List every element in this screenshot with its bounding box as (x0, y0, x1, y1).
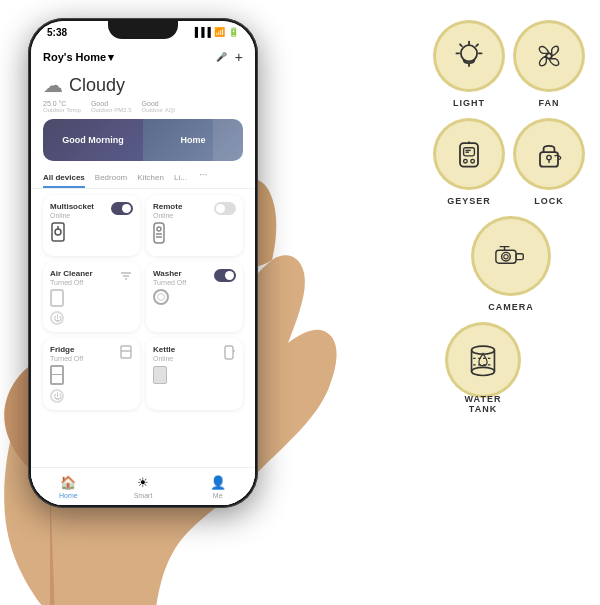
add-icon[interactable]: + (235, 49, 243, 65)
svg-point-40 (472, 367, 495, 375)
home-title[interactable]: Roy's Home ▾ (43, 51, 114, 64)
washer-name: Washer (153, 269, 186, 278)
home-chevron: ▾ (108, 51, 114, 64)
svg-point-34 (504, 255, 508, 259)
light-icon-circle[interactable] (433, 20, 505, 92)
washer-toggle[interactable] (214, 269, 236, 284)
mic-icon[interactable]: 🎤 (216, 52, 227, 62)
tab-living[interactable]: Li... (174, 169, 187, 188)
fan-label: FAN (539, 98, 560, 108)
fridge-status: Turned Off (50, 355, 83, 362)
fridge-device-icon (50, 365, 133, 385)
fan-svg-icon (531, 38, 567, 74)
air-cleaner-power-btn[interactable]: ⏻ (50, 311, 64, 325)
device-card-air-cleaner[interactable]: Air Cleaner Turned Off (43, 262, 140, 332)
wifi-icon: 📶 (214, 27, 225, 37)
svg-rect-35 (516, 254, 523, 260)
tab-kitchen[interactable]: Kitchen (137, 169, 164, 188)
camera-label: CAMERA (488, 302, 534, 312)
device-card-washer[interactable]: Washer Turned Off (146, 262, 243, 332)
water-tank-icon-circle[interactable] (445, 322, 521, 398)
light-svg-icon (451, 38, 487, 74)
status-icons: ▐▐▐ 📶 🔋 (192, 27, 239, 37)
camera-icon-circle[interactable] (471, 216, 551, 296)
device-grid: Multisocket Online (31, 195, 255, 410)
temp-label: Outdoor Temp (43, 107, 81, 113)
pm25-label: Outdoor PM2.5 (91, 107, 132, 113)
weather-stats: 25.0 °C Outdoor Temp Good Outdoor PM2.5 … (43, 100, 243, 113)
device-card-kettle[interactable]: Kettle Online (146, 338, 243, 410)
phone-frame: 5:38 ▐▐▐ 📶 🔋 Roy's Home ▾ 🎤 (28, 18, 258, 508)
aqi-stat: Good Outdoor AQI (142, 100, 175, 113)
light-icon-wrapper[interactable]: LIGHT (433, 20, 505, 92)
temp-stat: 25.0 °C Outdoor Temp (43, 100, 81, 113)
aqi-label: Outdoor AQI (142, 107, 175, 113)
remote-status: Online (153, 212, 182, 219)
fan-icon-circle[interactable] (513, 20, 585, 92)
camera-icon-wrapper[interactable]: CAMERA (471, 216, 551, 296)
svg-rect-22 (460, 143, 478, 166)
geyser-icon-circle[interactable] (433, 118, 505, 190)
lock-svg-icon (531, 136, 567, 172)
nav-me[interactable]: 👤 Me (180, 468, 255, 505)
home-name: Roy's Home (43, 51, 106, 63)
svg-rect-10 (121, 346, 131, 358)
svg-rect-12 (225, 346, 233, 359)
home-scene-button[interactable]: Home (143, 119, 243, 161)
multisocket-toggle[interactable] (111, 202, 133, 217)
fan-icon-wrapper[interactable]: FAN (513, 20, 585, 92)
me-nav-label: Me (213, 492, 223, 499)
device-tabs: All devices Bedroom Kitchen Li... ··· (31, 169, 255, 189)
lock-label: LOCK (534, 196, 564, 206)
nav-home[interactable]: 🏠 Home (31, 468, 106, 505)
svg-point-14 (461, 45, 477, 61)
svg-point-1 (55, 229, 61, 235)
tab-bedroom[interactable]: Bedroom (95, 169, 127, 188)
device-card-remote[interactable]: Remote Online (146, 195, 243, 256)
lock-icon-circle[interactable] (513, 118, 585, 190)
bottom-nav: 🏠 Home ☀ Smart 👤 Me (31, 467, 255, 505)
geyser-label: GEYSER (447, 196, 491, 206)
top-bar: Roy's Home ▾ 🎤 + (31, 43, 255, 69)
washer-icon (153, 289, 236, 305)
home-nav-label: Home (59, 492, 78, 499)
fridge-power-btn[interactable]: ⏻ (50, 389, 64, 403)
device-card-multisocket[interactable]: Multisocket Online (43, 195, 140, 256)
top-icons: 🎤 + (216, 49, 243, 65)
air-cleaner-name: Air Cleaner (50, 269, 93, 278)
lock-icon-wrapper[interactable]: LOCK (513, 118, 585, 190)
svg-point-21 (546, 53, 551, 58)
tab-all-devices[interactable]: All devices (43, 169, 85, 188)
washer-status: Turned Off (153, 279, 186, 286)
good-morning-scene-button[interactable]: Good Morning (43, 119, 143, 161)
battery-icon: 🔋 (228, 27, 239, 37)
air-cleaner-icon-top (119, 269, 133, 285)
kettle-status: Online (153, 355, 175, 362)
geyser-svg-icon (451, 136, 487, 172)
light-label: LIGHT (453, 98, 485, 108)
svg-line-17 (476, 44, 478, 46)
air-cleaner-device-icon (50, 289, 133, 307)
svg-point-33 (502, 252, 511, 261)
weather-section: ☁ Cloudy 25.0 °C Outdoor Temp Good Outdo… (31, 69, 255, 119)
scene-buttons: Good Morning Home (43, 119, 243, 161)
nav-smart[interactable]: ☀ Smart (106, 468, 181, 505)
aqi-value: Good (142, 100, 175, 107)
notch (108, 21, 178, 39)
camera-svg-icon (493, 238, 529, 274)
remote-toggle[interactable] (214, 202, 236, 217)
svg-point-4 (157, 227, 161, 231)
temp-value: 25.0 °C (43, 100, 81, 107)
tabs-more-icon[interactable]: ··· (199, 169, 207, 188)
svg-point-27 (464, 159, 468, 163)
multisocket-status: Online (50, 212, 94, 219)
multisocket-name: Multisocket (50, 202, 94, 211)
right-device-icons: LIGHT FAN (433, 20, 585, 416)
water-tank-label: WATER TANK (465, 394, 502, 414)
app-content: Roy's Home ▾ 🎤 + ☁ Cloudy (31, 43, 255, 505)
water-tank-icon-wrapper[interactable]: WATER TANK (445, 322, 521, 398)
device-card-fridge[interactable]: Fridge Turned Off (43, 338, 140, 410)
water-tank-svg-icon (465, 342, 501, 378)
geyser-icon-wrapper[interactable]: GEYSER (433, 118, 505, 190)
fridge-name: Fridge (50, 345, 83, 354)
